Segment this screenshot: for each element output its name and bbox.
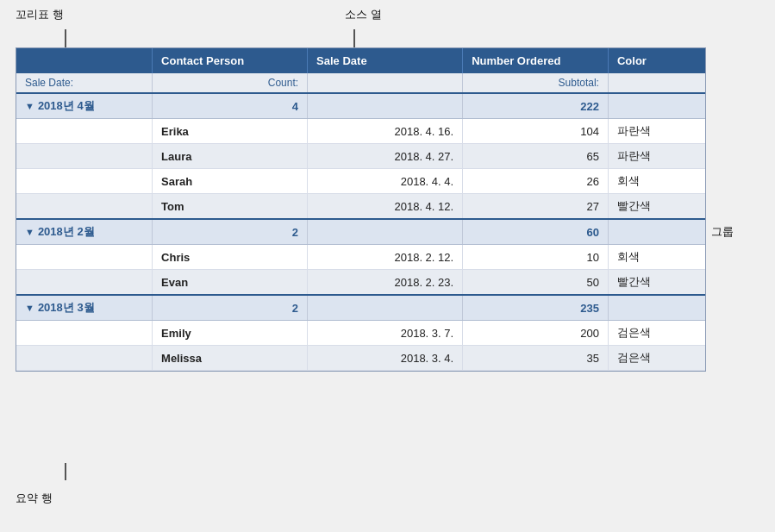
data-table: Contact Person Sale Date Number Ordered … xyxy=(16,48,705,371)
page-container: 꼬리표 행 소스 열 그룹 요약 행 Contact Person Sale D… xyxy=(0,0,775,532)
row-empty xyxy=(16,194,153,220)
table-row: Tom 2018. 4. 12. 27 빨간색 xyxy=(16,194,705,220)
number-ordered: 104 xyxy=(463,119,609,144)
sale-date: 2018. 4. 16. xyxy=(308,119,463,144)
group-feb-title: ▼2018년 2월 xyxy=(16,219,153,245)
number-ordered: 26 xyxy=(463,169,609,194)
col-header-number-ordered: Number Ordered xyxy=(463,48,609,73)
color-value: 회색 xyxy=(608,169,705,194)
label-count: Count: xyxy=(153,73,308,93)
sale-date: 2018. 4. 4. xyxy=(308,169,463,194)
label-subtotal: Subtotal: xyxy=(463,73,609,93)
row-empty xyxy=(16,346,153,371)
triangle-icon: ▼ xyxy=(25,101,34,111)
sale-date: 2018. 2. 23. xyxy=(308,270,463,296)
group-march-count: 2 xyxy=(153,295,308,321)
annotation-right: 그룹 xyxy=(711,224,734,240)
group-april-count: 4 xyxy=(153,93,308,119)
annotation-bottom-left: 요약 행 xyxy=(16,491,53,506)
sale-date: 2018. 4. 12. xyxy=(308,194,463,220)
contact-name: Sarah xyxy=(153,169,308,194)
number-ordered: 200 xyxy=(463,321,609,346)
triangle-icon: ▼ xyxy=(25,227,34,237)
table-row: Melissa 2018. 3. 4. 35 검은색 xyxy=(16,346,705,371)
contact-name: Tom xyxy=(153,194,308,220)
table-row: Evan 2018. 2. 23. 50 빨간색 xyxy=(16,270,705,296)
group-feb-count: 2 xyxy=(153,219,308,245)
group-header-march: ▼2018년 3월 2 235 xyxy=(16,295,705,321)
annotation-top-center: 소스 열 xyxy=(345,7,382,22)
contact-name: Erika xyxy=(153,119,308,144)
label-sale-date: Sale Date: xyxy=(16,73,153,93)
table-row: Chris 2018. 2. 12. 10 회색 xyxy=(16,245,705,270)
group-header-feb: ▼2018년 2월 2 60 xyxy=(16,219,705,245)
group-march-date-empty xyxy=(308,295,463,321)
group-march-color-empty xyxy=(608,295,705,321)
number-ordered: 50 xyxy=(463,270,609,296)
annotation-line-bottom-left xyxy=(65,463,66,480)
group-april-subtotal: 222 xyxy=(463,93,609,119)
group-feb-subtotal: 60 xyxy=(463,219,609,245)
contact-name: Emily xyxy=(153,321,308,346)
group-april-date-empty xyxy=(308,93,463,119)
row-empty xyxy=(16,321,153,346)
number-ordered: 65 xyxy=(463,144,609,169)
color-value: 빨간색 xyxy=(608,270,705,296)
color-value: 회색 xyxy=(608,245,705,270)
col-header-contact-person: Contact Person xyxy=(153,48,308,73)
sale-date: 2018. 3. 4. xyxy=(308,346,463,371)
label-empty xyxy=(308,73,463,93)
contact-name: Evan xyxy=(153,270,308,296)
row-empty xyxy=(16,169,153,194)
color-value: 파란색 xyxy=(608,119,705,144)
label-row: Sale Date: Count: Subtotal: xyxy=(16,73,705,93)
group-header-april: ▼2018년 4월 4 222 xyxy=(16,93,705,119)
sale-date: 2018. 3. 7. xyxy=(308,321,463,346)
contact-name: Laura xyxy=(153,144,308,169)
row-empty xyxy=(16,119,153,144)
contact-name: Chris xyxy=(153,245,308,270)
row-empty xyxy=(16,144,153,169)
col-header-empty xyxy=(16,48,153,73)
sale-date: 2018. 2. 12. xyxy=(308,245,463,270)
group-feb-date-empty xyxy=(308,219,463,245)
col-header-sale-date: Sale Date xyxy=(308,48,463,73)
color-value: 파란색 xyxy=(608,144,705,169)
annotation-top-left: 꼬리표 행 xyxy=(16,7,64,22)
group-april-title: ▼2018년 4월 xyxy=(16,93,153,119)
table-wrapper: Contact Person Sale Date Number Ordered … xyxy=(16,47,706,372)
header-row: Contact Person Sale Date Number Ordered … xyxy=(16,48,705,73)
group-feb-color-empty xyxy=(608,219,705,245)
row-empty xyxy=(16,245,153,270)
table-row: Erika 2018. 4. 16. 104 파란색 xyxy=(16,119,705,144)
group-april-color-empty xyxy=(608,93,705,119)
color-value: 검은색 xyxy=(608,346,705,371)
table-row: Emily 2018. 3. 7. 200 검은색 xyxy=(16,321,705,346)
triangle-icon: ▼ xyxy=(25,303,34,313)
number-ordered: 35 xyxy=(463,346,609,371)
col-header-color: Color xyxy=(608,48,705,73)
number-ordered: 27 xyxy=(463,194,609,220)
color-value: 검은색 xyxy=(608,321,705,346)
row-empty xyxy=(16,270,153,296)
contact-name: Melissa xyxy=(153,346,308,371)
group-march-subtotal: 235 xyxy=(463,295,609,321)
color-value: 빨간색 xyxy=(608,194,705,220)
label-color-empty xyxy=(608,73,705,93)
table-row: Sarah 2018. 4. 4. 26 회색 xyxy=(16,169,705,194)
sale-date: 2018. 4. 27. xyxy=(308,144,463,169)
group-march-title: ▼2018년 3월 xyxy=(16,295,153,321)
number-ordered: 10 xyxy=(463,245,609,270)
table-row: Laura 2018. 4. 27. 65 파란색 xyxy=(16,144,705,169)
